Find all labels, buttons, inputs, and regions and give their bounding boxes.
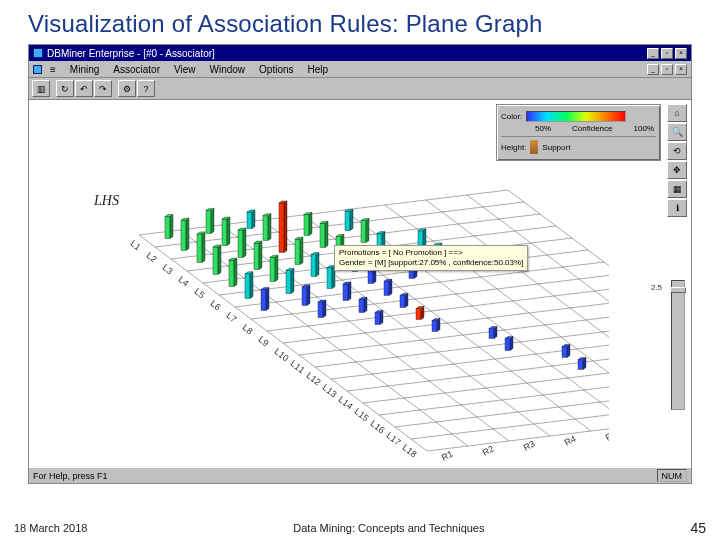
- svg-rect-81: [222, 219, 227, 245]
- visualization-area: Color: 50% Confidence 100% Height: Suppo…: [29, 100, 691, 467]
- svg-marker-70: [234, 258, 237, 286]
- svg-text:L8: L8: [241, 322, 255, 336]
- svg-text:L15: L15: [353, 406, 371, 423]
- side-rotate-icon[interactable]: ⟲: [667, 142, 687, 160]
- status-help: For Help, press F1: [33, 471, 108, 481]
- svg-rect-75: [261, 290, 266, 311]
- svg-rect-102: [247, 212, 252, 229]
- svg-rect-78: [206, 210, 211, 233]
- svg-marker-124: [364, 297, 367, 312]
- tool-undo-icon[interactable]: ↶: [75, 80, 93, 97]
- svg-marker-100: [323, 300, 326, 317]
- menu-options[interactable]: Options: [253, 63, 299, 76]
- svg-text:R2: R2: [481, 444, 496, 458]
- svg-marker-184: [567, 345, 570, 358]
- svg-rect-147: [400, 295, 405, 307]
- menu-mining[interactable]: Mining: [64, 63, 105, 76]
- svg-marker-127: [380, 310, 383, 324]
- svg-rect-66: [213, 247, 218, 275]
- svg-rect-105: [263, 216, 268, 241]
- svg-marker-76: [266, 288, 269, 311]
- side-info-icon[interactable]: ℹ: [667, 199, 687, 217]
- svg-marker-58: [170, 215, 173, 239]
- svg-marker-112: [300, 237, 303, 264]
- menu-file-icon[interactable]: ≡: [44, 63, 62, 76]
- doc-icon: [33, 65, 42, 74]
- svg-rect-93: [286, 270, 291, 293]
- tool-redo-icon[interactable]: ↷: [94, 80, 112, 97]
- svg-marker-97: [307, 285, 310, 306]
- svg-text:L2: L2: [145, 250, 159, 264]
- svg-marker-115: [316, 253, 319, 277]
- svg-rect-123: [359, 299, 364, 312]
- svg-text:L10: L10: [273, 346, 291, 363]
- svg-rect-96: [302, 287, 307, 306]
- svg-marker-106: [268, 214, 271, 241]
- threshold-slider[interactable]: 2.5: [671, 280, 685, 410]
- svg-text:L9: L9: [257, 334, 271, 348]
- slider-top-label: 2.5: [651, 283, 662, 292]
- inner-close-button[interactable]: ×: [675, 64, 687, 75]
- app-window: DBMiner Enterprise - [#0 - Associator] _…: [28, 44, 692, 484]
- svg-rect-90: [270, 257, 275, 281]
- svg-rect-84: [238, 230, 243, 258]
- svg-rect-174: [505, 338, 510, 350]
- inner-minimize-button[interactable]: _: [647, 64, 659, 75]
- footer-date: 18 March 2018: [14, 522, 87, 534]
- svg-rect-108: [279, 203, 284, 253]
- svg-line-28: [427, 406, 609, 451]
- side-home-icon[interactable]: ⌂: [667, 104, 687, 122]
- svg-marker-148: [405, 293, 408, 307]
- menu-window[interactable]: Window: [204, 63, 252, 76]
- menu-associator[interactable]: Associator: [107, 63, 166, 76]
- statusbar: For Help, press F1 NUM: [29, 467, 691, 483]
- menu-help[interactable]: Help: [302, 63, 335, 76]
- svg-text:L18: L18: [401, 442, 419, 459]
- svg-rect-150: [416, 309, 421, 320]
- toolbar: ▥ ↻ ↶ ↷ ⚙ ?: [29, 78, 691, 100]
- svg-marker-130: [309, 213, 312, 236]
- svg-marker-175: [510, 336, 513, 350]
- svg-text:L14: L14: [337, 394, 355, 411]
- svg-line-25: [379, 370, 609, 415]
- maximize-button[interactable]: ▫: [661, 48, 673, 59]
- side-pan-icon[interactable]: ✥: [667, 161, 687, 179]
- tooltip-line2: Gender = [M] [support:27.05% , confidenc…: [339, 258, 523, 268]
- svg-text:R3: R3: [522, 439, 537, 453]
- slider-thumb[interactable]: [670, 287, 686, 293]
- inner-maximize-button[interactable]: ▫: [661, 64, 673, 75]
- svg-rect-57: [165, 217, 170, 239]
- svg-text:R5: R5: [604, 429, 609, 443]
- tool-settings-icon[interactable]: ⚙: [118, 80, 136, 97]
- svg-marker-64: [202, 232, 205, 263]
- side-toolbar: ⌂ 🔍 ⟲ ✥ ▦ ℹ: [667, 104, 689, 217]
- svg-rect-72: [245, 274, 250, 299]
- svg-text:L16: L16: [369, 418, 387, 435]
- svg-marker-61: [186, 218, 189, 250]
- svg-rect-126: [375, 312, 380, 324]
- svg-marker-103: [252, 210, 255, 229]
- svg-rect-159: [361, 221, 366, 243]
- side-grid-icon[interactable]: ▦: [667, 180, 687, 198]
- svg-rect-186: [578, 360, 583, 370]
- svg-text:L17: L17: [385, 430, 403, 447]
- plane-graph: LHSL1L2L3L4L5L6L7L8L9L10L11L12L13L14L15L…: [49, 120, 609, 485]
- svg-rect-117: [327, 268, 332, 289]
- footer-page: 45: [690, 520, 706, 536]
- svg-rect-69: [229, 260, 234, 286]
- svg-marker-85: [243, 228, 246, 258]
- svg-text:L4: L4: [177, 274, 191, 288]
- slide-footer: 18 March 2018 Data Mining: Concepts and …: [0, 520, 720, 536]
- svg-line-9: [508, 190, 609, 406]
- minimize-button[interactable]: _: [647, 48, 659, 59]
- tool-refresh-icon[interactable]: ↻: [56, 80, 74, 97]
- svg-rect-99: [318, 302, 323, 317]
- footer-center: Data Mining: Concepts and Techniques: [293, 522, 484, 534]
- side-zoom-icon[interactable]: 🔍: [667, 123, 687, 141]
- close-button[interactable]: ×: [675, 48, 687, 59]
- tool-help-icon[interactable]: ?: [137, 80, 155, 97]
- menu-view[interactable]: View: [168, 63, 202, 76]
- svg-text:L12: L12: [305, 370, 323, 387]
- tool-chart-icon[interactable]: ▥: [32, 80, 50, 97]
- svg-marker-154: [437, 319, 440, 332]
